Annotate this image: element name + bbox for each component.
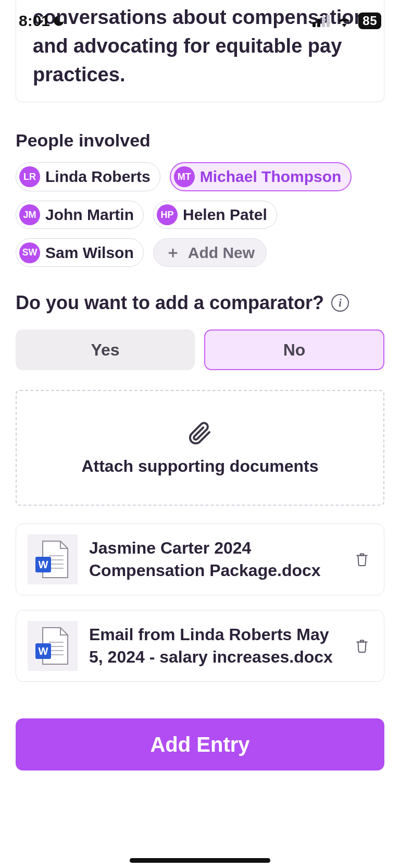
word-doc-icon: W bbox=[28, 621, 78, 671]
comparator-no-label: No bbox=[283, 340, 306, 360]
comparator-no-button[interactable]: No bbox=[204, 329, 384, 370]
add-person-button[interactable]: ＋ Add New bbox=[153, 238, 267, 267]
plus-icon: ＋ bbox=[165, 242, 181, 263]
delete-file-button[interactable] bbox=[352, 635, 372, 656]
entry-description-text: conversations about compensation and adv… bbox=[33, 6, 366, 85]
person-chip-linda-roberts[interactable]: LR Linda Roberts bbox=[16, 162, 160, 191]
people-section-title: People involved bbox=[16, 130, 384, 151]
paperclip-icon bbox=[188, 420, 213, 447]
svg-text:W: W bbox=[39, 645, 48, 657]
attach-documents-dropzone[interactable]: Attach supporting documents bbox=[16, 390, 384, 506]
svg-text:W: W bbox=[39, 559, 48, 570]
add-entry-label: Add Entry bbox=[150, 733, 249, 756]
comparator-yes-label: Yes bbox=[91, 340, 119, 360]
avatar: MT bbox=[174, 166, 195, 187]
person-chip-label: Sam Wilson bbox=[45, 244, 134, 262]
add-person-label: Add New bbox=[188, 244, 255, 262]
avatar: JM bbox=[19, 204, 40, 225]
attached-file-card: W Email from Linda Roberts May 5, 2024 -… bbox=[16, 610, 384, 682]
delete-file-button[interactable] bbox=[352, 549, 372, 570]
person-chip-label: Helen Patel bbox=[183, 206, 267, 224]
attached-file-card: W Jasmine Carter 2024 Compensation Packa… bbox=[16, 523, 384, 595]
people-chip-list: LR Linda Roberts MT Michael Thompson JM … bbox=[16, 162, 384, 267]
attach-documents-label: Attach supporting documents bbox=[81, 457, 318, 476]
add-entry-button[interactable]: Add Entry bbox=[16, 718, 384, 771]
person-chip-label: John Martin bbox=[45, 206, 134, 224]
avatar: SW bbox=[19, 242, 40, 263]
trash-icon bbox=[355, 552, 369, 567]
attached-file-name: Jasmine Carter 2024 Compensation Package… bbox=[89, 537, 340, 582]
word-doc-icon: W bbox=[28, 534, 78, 584]
home-indicator[interactable] bbox=[130, 858, 270, 863]
person-chip-label: Michael Thompson bbox=[200, 168, 342, 186]
person-chip-label: Linda Roberts bbox=[45, 168, 151, 186]
trash-icon bbox=[355, 638, 369, 654]
comparator-question: Do you want to add a comparator? bbox=[16, 292, 324, 314]
comparator-segmented-control: Yes No bbox=[16, 329, 384, 370]
person-chip-helen-patel[interactable]: HP Helen Patel bbox=[153, 201, 277, 229]
person-chip-michael-thompson[interactable]: MT Michael Thompson bbox=[170, 162, 352, 191]
comparator-yes-button[interactable]: Yes bbox=[16, 329, 195, 370]
attached-file-name: Email from Linda Roberts May 5, 2024 - s… bbox=[89, 624, 340, 668]
avatar: HP bbox=[157, 204, 178, 225]
info-icon[interactable]: i bbox=[331, 294, 349, 312]
entry-description-card: conversations about compensation and adv… bbox=[16, 0, 384, 102]
person-chip-john-martin[interactable]: JM John Martin bbox=[16, 201, 144, 229]
person-chip-sam-wilson[interactable]: SW Sam Wilson bbox=[16, 238, 144, 267]
avatar: LR bbox=[19, 166, 40, 187]
